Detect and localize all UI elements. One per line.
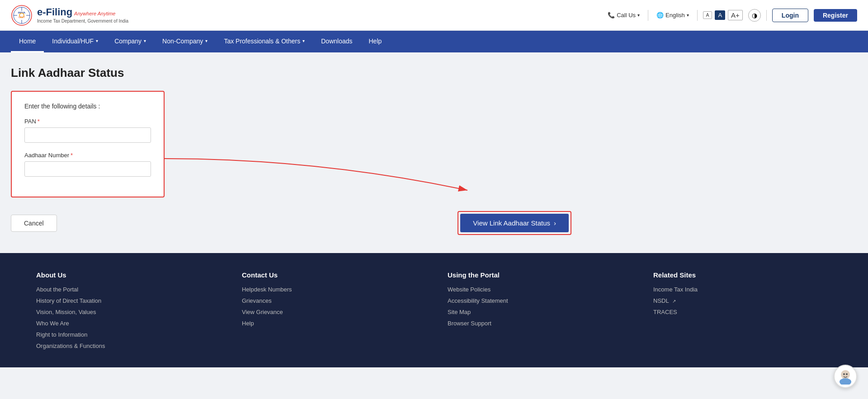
phone-icon: 📞 — [608, 12, 615, 19]
nav-tax-professionals[interactable]: Tax Professionals & Others ▾ — [216, 31, 313, 52]
aadhaar-input[interactable] — [24, 161, 151, 177]
font-decrease-button[interactable]: A — [703, 11, 712, 19]
emblem-icon: INDIA GOVT — [11, 5, 33, 26]
logo-text: e-Filing Anywhere Anytime Income Tax Dep… — [37, 6, 128, 23]
view-status-annotation: View Link Aadhaar Status › — [458, 211, 571, 235]
page-title: Link Aadhaar Status — [11, 66, 857, 80]
logo: INDIA GOVT e-Filing Anywhere Anytime Inc… — [11, 5, 128, 26]
nav-home[interactable]: Home — [11, 31, 44, 52]
required-indicator: * — [38, 118, 40, 125]
footer-contact-us: Contact Us Helpdesk Numbers Grievances V… — [242, 271, 420, 354]
chevron-down-icon: ▾ — [302, 38, 305, 43]
logo-efiling: e-Filing Anywhere Anytime — [37, 6, 128, 18]
divider — [648, 10, 648, 21]
link-aadhaar-form-card: Enter the following details : PAN* Aadha… — [11, 91, 165, 197]
pan-field-group: PAN* — [24, 118, 151, 143]
footer-link-who-we-are[interactable]: Who We Are — [36, 320, 215, 327]
chevron-down-icon: ▾ — [96, 38, 98, 43]
footer-using-portal-title: Using the Portal — [448, 271, 626, 279]
footer-link-org-functions[interactable]: Organizations & Functions — [36, 343, 215, 349]
footer-about-us: About Us About the Portal History of Dir… — [36, 271, 215, 354]
chevron-down-icon: ▾ — [205, 38, 208, 43]
contrast-toggle-button[interactable]: ◑ — [748, 9, 761, 22]
font-controls: A A A+ — [703, 10, 743, 20]
nav-downloads[interactable]: Downloads — [313, 31, 360, 52]
call-us-button[interactable]: 📞 Call Us ▾ — [605, 10, 642, 20]
contrast-icon: ◑ — [752, 12, 757, 19]
divider — [766, 10, 767, 21]
required-indicator: * — [71, 152, 73, 159]
external-link-icon: ↗ — [672, 299, 676, 304]
chevron-down-icon: ▾ — [144, 38, 146, 43]
footer-link-website-policies[interactable]: Website Policies — [448, 286, 626, 293]
footer-link-view-grievance[interactable]: View Grievance — [242, 309, 420, 315]
login-button[interactable]: Login — [772, 9, 808, 22]
form-instruction: Enter the following details : — [24, 103, 151, 110]
arrow-right-icon: › — [554, 219, 556, 227]
header: INDIA GOVT e-Filing Anywhere Anytime Inc… — [0, 0, 868, 31]
annotation-arrow — [160, 150, 476, 204]
footer-related-sites-title: Related Sites — [653, 271, 832, 279]
footer-link-grievances[interactable]: Grievances — [242, 297, 420, 304]
footer-link-about-portal[interactable]: About the Portal — [36, 286, 215, 293]
chevron-down-icon: ▾ — [637, 13, 640, 18]
footer-link-income-tax-india[interactable]: Income Tax India — [653, 286, 832, 293]
footer-link-rti[interactable]: Right to Information — [36, 331, 215, 338]
footer-about-us-title: About Us — [36, 271, 215, 279]
form-section: Enter the following details : PAN* Aadha… — [11, 91, 571, 197]
footer-link-browser-support[interactable]: Browser Support — [448, 320, 626, 327]
footer-related-sites: Related Sites Income Tax India NSDL ↗ TR… — [653, 271, 832, 354]
footer-contact-us-title: Contact Us — [242, 271, 420, 279]
font-increase-button[interactable]: A+ — [728, 10, 743, 20]
font-normal-button[interactable]: A — [715, 10, 725, 20]
footer-columns: About Us About the Portal History of Dir… — [36, 271, 832, 354]
globe-icon: 🌐 — [656, 12, 664, 19]
svg-text:INDIA: INDIA — [18, 11, 26, 14]
footer-link-helpdesk[interactable]: Helpdesk Numbers — [242, 286, 420, 293]
cancel-button[interactable]: Cancel — [11, 215, 57, 232]
footer-link-vision[interactable]: Vision, Mission, Values — [36, 309, 215, 315]
header-controls: 📞 Call Us ▾ 🌐 English ▾ A A A+ ◑ Login R… — [605, 9, 857, 22]
footer-using-portal: Using the Portal Website Policies Access… — [448, 271, 626, 354]
divider — [697, 10, 698, 21]
aadhaar-field-group: Aadhaar Number* — [24, 152, 151, 177]
language-button[interactable]: 🌐 English ▾ — [654, 10, 692, 20]
view-link-aadhaar-status-button[interactable]: View Link Aadhaar Status › — [460, 214, 569, 232]
footer-link-nsdl[interactable]: NSDL ↗ — [653, 297, 832, 304]
pan-input[interactable] — [24, 127, 151, 143]
register-button[interactable]: Register — [814, 9, 857, 22]
pan-label: PAN* — [24, 118, 151, 125]
nav-individual-huf[interactable]: Individual/HUF ▾ — [44, 31, 106, 52]
nav-non-company[interactable]: Non-Company ▾ — [154, 31, 216, 52]
footer-link-sitemap[interactable]: Site Map — [448, 309, 626, 315]
nav-help[interactable]: Help — [361, 31, 390, 52]
aadhaar-label: Aadhaar Number* — [24, 152, 151, 159]
footer-link-accessibility[interactable]: Accessibility Statement — [448, 297, 626, 304]
main-content: Link Aadhaar Status Enter the following … — [0, 52, 868, 253]
footer-link-traces[interactable]: TRACES — [653, 309, 832, 315]
chevron-down-icon: ▾ — [687, 13, 689, 18]
main-navigation: Home Individual/HUF ▾ Company ▾ Non-Comp… — [0, 31, 868, 52]
logo-subtitle: Income Tax Department, Government of Ind… — [37, 19, 128, 24]
form-actions: Cancel View Link Aadhaar Status › — [11, 211, 571, 235]
footer-link-help[interactable]: Help — [242, 320, 420, 327]
nav-company[interactable]: Company ▾ — [106, 31, 154, 52]
footer: About Us About the Portal History of Dir… — [0, 253, 868, 367]
footer-link-history[interactable]: History of Direct Taxation — [36, 297, 215, 304]
